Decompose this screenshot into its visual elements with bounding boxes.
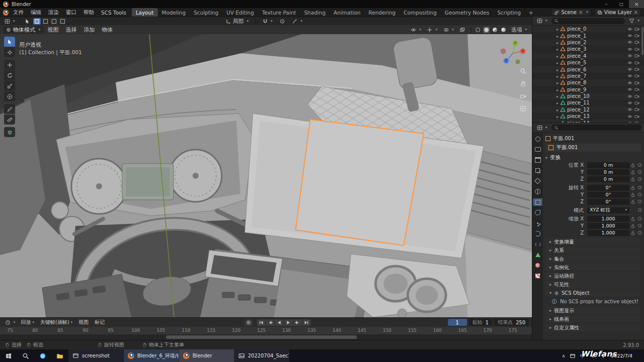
properties-search-input[interactable] [551,125,641,131]
outliner-item[interactable]: piece_10 [532,93,644,99]
keying-menu[interactable]: 关键帧(插帧) [38,319,75,326]
section-instancing[interactable]: 实例化 [545,264,640,271]
disable-in-renders-icon[interactable] [634,47,639,52]
expand-icon[interactable] [557,87,559,92]
section-custom-properties[interactable]: 自定义属性 [545,324,640,331]
properties-breadcrumb[interactable]: 平面.001 [545,135,642,143]
mode-dropdown[interactable]: 物体模式 [3,26,44,34]
workspace-tab-modeling[interactable]: Modeling [158,8,190,17]
snapping-dropdown[interactable] [260,18,275,25]
overlays-dropdown[interactable] [441,26,456,33]
lock-icon[interactable] [629,192,636,197]
section-motion-paths[interactable]: 运动路径 [545,272,640,280]
hidden-icons-button[interactable] [562,353,566,358]
hide-in-viewport-icon[interactable] [627,73,632,78]
hide-in-viewport-icon[interactable] [627,60,632,65]
rotation-x-field[interactable]: 0° [587,185,629,191]
view-layer-selector[interactable]: View Layer [594,9,641,16]
menu-view[interactable]: 视图 [45,26,62,34]
zoom-button[interactable] [518,66,527,75]
tab-scene[interactable] [533,177,542,185]
lock-icon[interactable] [629,177,636,182]
animate-dot[interactable] [636,224,642,227]
workspace-tab-rendering[interactable]: Rendering [364,8,400,17]
outliner-item[interactable]: piece_1 [532,32,644,39]
object-visibility-dropdown[interactable] [409,26,423,33]
hide-in-viewport-icon[interactable] [627,107,632,112]
view-menu[interactable]: 视图 [76,319,91,326]
editor-type-button[interactable] [3,18,17,25]
disable-in-renders-icon[interactable] [634,67,639,72]
outliner-scrollbar[interactable] [641,27,643,55]
animate-dot[interactable] [636,193,642,196]
outliner-item[interactable]: piece_9 [532,86,644,93]
animate-dot[interactable] [636,217,642,220]
tab-object-data[interactable] [533,251,542,259]
disable-in-renders-icon[interactable] [634,87,639,92]
menu-object[interactable]: 物体 [99,26,116,34]
menu-add[interactable]: 添加 [81,26,98,34]
move-tool[interactable] [4,60,15,70]
disable-in-renders-icon[interactable] [634,73,639,78]
next-keyframe-button[interactable] [293,319,302,326]
playback-menu[interactable]: 回放 [19,319,37,326]
disable-in-renders-icon[interactable] [634,100,639,105]
scale-x-field[interactable]: 1.000 [587,216,629,222]
taskbar-search-button[interactable] [17,349,34,362]
tab-physics[interactable] [533,230,542,237]
disable-in-renders-icon[interactable] [634,60,639,65]
menu-select[interactable]: 选择 [63,26,80,34]
section-visibility[interactable]: 可见性 [545,281,640,288]
lock-icon[interactable] [629,163,636,168]
animate-dot[interactable] [636,177,642,181]
outliner-filter-button[interactable] [627,18,641,25]
rotate-tool[interactable] [4,70,15,80]
outliner-item[interactable]: piece_2 [532,39,644,46]
section-scs-object[interactable]: SCS Object [545,289,640,297]
gizmos-dropdown[interactable] [425,26,439,33]
animate-dot[interactable] [636,200,642,203]
hide-in-viewport-icon[interactable] [627,100,632,105]
workspace-tab-sculpting[interactable]: Sculpting [190,8,222,17]
tab-modifiers[interactable] [533,209,542,216]
section-relations[interactable]: 关系 [545,247,640,254]
outliner-item[interactable]: piece_8 [532,79,644,86]
scale-tool[interactable] [4,81,15,91]
properties-editor-type-button[interactable] [535,124,549,131]
disable-in-renders-icon[interactable] [634,94,639,99]
tab-active-tool[interactable] [533,135,542,143]
tab-material[interactable] [533,262,542,269]
expand-icon[interactable] [557,93,559,99]
location-x-field[interactable]: 0 m [587,162,629,168]
animate-dot[interactable] [636,231,642,234]
minimize-button[interactable] [599,0,614,8]
timeline-scrollbar-thumb[interactable] [166,335,357,339]
outliner-item[interactable]: piece_5 [532,59,644,66]
expand-icon[interactable] [557,33,559,39]
unlink-scene-icon[interactable] [579,10,583,15]
play-button[interactable] [284,319,293,326]
animate-dot[interactable] [636,170,642,174]
add-cube-tool[interactable] [4,127,15,137]
workspace-tab-texture-paint[interactable]: Texture Paint [258,8,300,17]
perspective-toggle-button[interactable] [518,104,527,113]
scale-z-field[interactable]: 1.000 [587,230,629,236]
viewport-3d[interactable]: 用户透视 (1) Collection | 平面.001 Y X Z [0,34,532,317]
disable-in-renders-icon[interactable] [634,27,639,32]
outliner-item[interactable]: piece_7 [532,73,644,79]
expand-icon[interactable] [557,26,559,32]
outliner-search-input[interactable] [551,18,625,24]
frame-start-field[interactable]: 起始 1 [469,319,492,326]
edge-button[interactable] [34,349,51,362]
location-z-field[interactable]: 0 m [587,176,629,182]
tab-output[interactable] [533,156,542,164]
shading-wireframe-button[interactable] [475,27,481,33]
rotation-y-field[interactable]: 0° [587,192,629,198]
gizmo-y-negative[interactable] [515,59,520,64]
expand-icon[interactable] [557,60,559,65]
hide-in-viewport-icon[interactable] [627,47,632,52]
tray-app-icon[interactable] [570,353,576,359]
tab-texture[interactable] [533,272,542,280]
marker-menu[interactable]: 标记 [92,319,107,326]
animate-dot[interactable] [636,186,642,189]
